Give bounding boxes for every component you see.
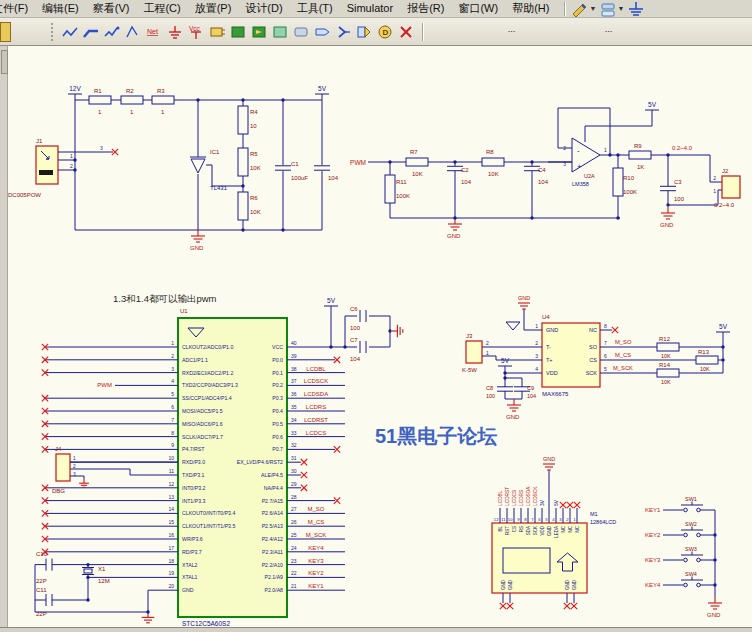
sheet-symbol-tool-icon[interactable] [228,22,247,41]
pin-number: 13 [168,494,174,500]
harness-connector-tool-icon[interactable] [354,22,373,41]
offsheet-connector-tool-icon[interactable] [291,22,310,41]
signal-harness-tool-icon[interactable] [102,22,121,41]
menu-3[interactable]: 工程(C) [136,0,187,17]
port-tool-icon[interactable] [312,22,331,41]
menu-6[interactable]: 工具(T) [290,0,340,17]
label: 2 [486,340,489,346]
label: R13 [698,349,710,355]
part-tool-icon[interactable] [207,22,226,41]
toolbar-grip[interactable] [51,23,56,41]
net-label: M_SO [615,339,632,345]
junction [86,563,89,566]
net-label: KEY1 [308,583,324,589]
pin-name: TXD2/CCP0/ADC3/P1.3 [182,382,238,388]
gnd-label: GND [707,612,721,618]
power-port-icon[interactable] [626,1,645,17]
left-panel-strip[interactable] [0,46,8,627]
net-label-tool-icon[interactable]: Net [144,22,163,41]
gnd-label: GND [660,222,674,228]
pin-name: P0.0 [272,357,283,363]
label: J4 [55,446,62,452]
sheet-entry-tool-icon[interactable] [249,22,268,41]
panel-tab[interactable] [1,50,8,74]
bus-tool-icon[interactable] [81,22,100,41]
pin-name: P0.3 [272,395,283,401]
power-label: 5V [327,297,336,304]
label: + [577,162,582,171]
parameter-set-tool-icon[interactable]: D [375,22,394,41]
net-label: LCDSDA [526,486,531,506]
label: 10K [250,165,261,171]
net-label: LCDBL [498,490,503,506]
junction [329,345,332,348]
label: 100 [674,196,685,202]
pin-name: GND [565,579,570,590]
harness-entry-tool-icon[interactable] [333,22,352,41]
pin-name: BL [498,526,503,532]
net-label: LCDSCK [533,486,538,506]
wire-tool-icon[interactable] [60,22,79,41]
pin-number: 28 [291,494,297,500]
device-sheet-tool-icon[interactable] [270,22,289,41]
label: 0.2~4.0 [714,202,735,208]
pin-name: P2.6/A14 [262,510,283,516]
pin-number: 32 [291,442,297,448]
net-label: LCDCS [306,430,326,436]
junction [146,610,149,613]
pin-name: INT0/P3.2 [182,485,205,491]
junction [453,216,456,219]
net-label: KEY4 [308,545,324,551]
gnd-port-tool-icon[interactable] [165,22,184,41]
chevron-down-icon[interactable]: ▼ [617,5,626,12]
menu-9[interactable]: 窗口(W) [451,0,505,17]
junction [343,345,346,348]
label: STC12C5A60S2 [182,620,230,627]
label: 10K [700,366,710,372]
chevron-down-icon[interactable]: ▼ [589,5,598,12]
menu-7[interactable]: Simulator [340,0,400,17]
pin-number: 6 [171,404,174,410]
net-label: M_CS [615,352,631,358]
line-tool-icon[interactable] [123,22,142,41]
alignment-icon[interactable] [598,1,617,17]
pin-number: 31 [291,455,297,461]
annotate-icon[interactable] [570,1,589,17]
label: 12864LCD [590,519,616,525]
pin-name: TXD/P3.1 [182,472,205,478]
browse-button-1[interactable]: ... [505,25,518,38]
label: C10 [36,551,48,557]
no-erc-tool-icon[interactable] [396,22,415,41]
menu-1[interactable]: 编辑(E) [35,0,86,17]
menu-toolbar: ▼▼ [560,1,645,17]
power-label: 5V [648,101,657,108]
menu-10[interactable]: 帮助(H) [505,0,556,17]
svg-text:Net: Net [147,28,158,35]
pin-name: GND [182,587,194,593]
menu-5[interactable]: 设计(D) [238,0,289,17]
gnd-label: GND [447,233,461,239]
junction [241,228,244,231]
menu-2[interactable]: 察看(V) [86,0,137,17]
pin-name: CLKOUT0/INT/T0/P3.4 [182,510,235,516]
label: IC1 [210,149,220,155]
pin-name: SS/CCP1/ADC4/P1.4 [182,395,232,401]
menu-8[interactable]: 报告(R) [400,0,451,17]
junction [196,98,199,101]
pin-name: P2.7/A15 [262,498,283,504]
junction [281,228,284,231]
schematic-canvas[interactable]: 12VR11R21R31IC1TL431R410R510KR610KC1100u… [0,0,752,632]
pin-name: SCK [586,370,598,376]
browse-button-2[interactable]: ... [602,25,615,38]
toolbar-overflow-icon[interactable] [0,22,11,42]
pin-name: MISO/ADC6/P1.6 [182,421,223,427]
label: U2A [584,173,595,179]
vcc-port-tool-icon[interactable]: Vcc [186,22,205,41]
menu-4[interactable]: 放置(P) [188,0,239,17]
junction [666,203,669,206]
label: 10 [250,123,257,129]
pin-name: CS [589,357,597,363]
pin-name: RXD2/ECI/ADC2/P1.2 [182,370,233,376]
label: X1 [98,566,106,572]
menu-0[interactable]: 文件(F) [0,0,35,17]
